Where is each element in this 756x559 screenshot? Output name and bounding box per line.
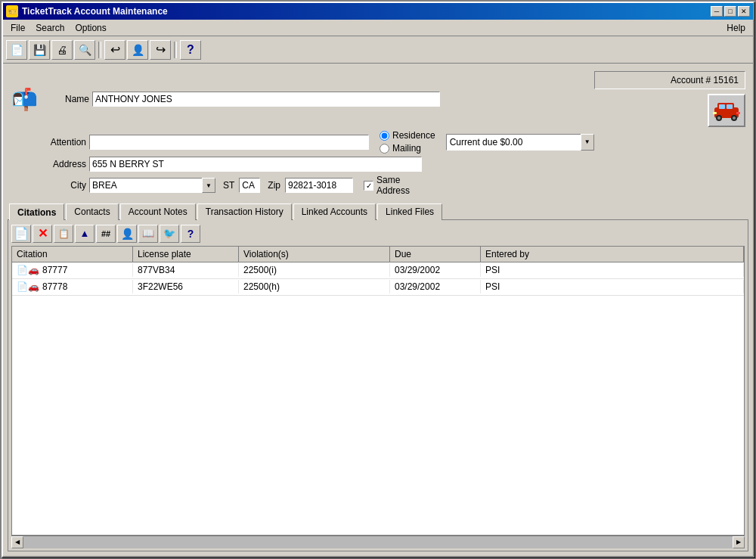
td-due-1: 03/29/2002 xyxy=(390,280,481,293)
toolbar-separator-2 xyxy=(174,42,177,58)
td-entered-1: PSI xyxy=(481,280,744,293)
td-violation-1: 22500(h) xyxy=(239,280,390,293)
scroll-right-button[interactable]: ▶ xyxy=(733,536,745,548)
residence-radio-row: Residence xyxy=(380,130,435,141)
attention-input[interactable] xyxy=(89,135,369,150)
menu-options[interactable]: Options xyxy=(70,21,110,35)
citations-table: Citation License plate Violation(s) Due … xyxy=(11,246,745,536)
svg-rect-3 xyxy=(727,104,733,109)
tab-bar: Citations Contacts Account Notes Transac… xyxy=(8,203,748,219)
address-label: Address xyxy=(41,159,86,169)
td-citation-1: 📄🚗 87778 xyxy=(12,280,133,293)
name-row: 📬 Name Account # 15161 xyxy=(11,71,745,127)
city-input[interactable] xyxy=(89,178,203,193)
td-citation-0: 📄🚗 87777 xyxy=(12,263,133,277)
main-toolbar: 📄 💾 🖨 🔍 ↩ 👤 ↪ ? xyxy=(3,36,753,64)
person-citation-btn[interactable]: 👤 xyxy=(117,225,137,243)
tabs-section: Citations Contacts Account Notes Transac… xyxy=(8,203,748,551)
title-buttons: ─ □ ✕ xyxy=(711,6,750,17)
copy-citation-btn[interactable]: 📋 xyxy=(54,225,73,243)
attention-row: Attention Residence Mailing xyxy=(11,130,745,154)
main-window: 🎫 TicketTrack Account Maintenance ─ □ ✕ … xyxy=(2,2,754,557)
hash-citation-btn[interactable]: ## xyxy=(96,225,116,243)
city-dropdown-arrow[interactable]: ▼ xyxy=(202,178,215,193)
menu-file[interactable]: File xyxy=(6,21,29,35)
app-icon: 🎫 xyxy=(6,5,18,17)
account-number: Account # 15161 xyxy=(671,75,739,85)
same-address-row: ✓ SameAddress xyxy=(364,175,410,197)
tab-account-notes[interactable]: Account Notes xyxy=(120,203,196,220)
help-toolbar-button[interactable]: ? xyxy=(180,40,201,60)
tab-transaction-history[interactable]: Transaction History xyxy=(197,203,292,220)
address-input[interactable] xyxy=(89,157,422,172)
table-row[interactable]: 📄🚗 87778 3F22WE56 22500(h) 03/29/2002 PS… xyxy=(12,279,744,296)
tab-citations[interactable]: Citations xyxy=(9,203,64,220)
help-citation-btn[interactable]: ? xyxy=(181,225,200,243)
svg-point-5 xyxy=(717,116,720,120)
mailing-radio[interactable] xyxy=(380,144,389,154)
table-row[interactable]: 📄🚗 87777 877VB34 22500(i) 03/29/2002 PSI xyxy=(12,262,744,279)
minimize-button[interactable]: ─ xyxy=(711,6,723,17)
maximize-button[interactable]: □ xyxy=(724,6,736,17)
th-due: Due xyxy=(390,247,481,262)
zip-label: Zip xyxy=(268,180,280,191)
title-bar-left: 🎫 TicketTrack Account Maintenance xyxy=(6,5,168,17)
table-header: Citation License plate Violation(s) Due … xyxy=(12,247,744,262)
td-violation-0: 22500(i) xyxy=(239,263,390,277)
redo-button[interactable]: ↪ xyxy=(150,40,171,60)
st-input[interactable] xyxy=(239,178,260,193)
tab-contacts[interactable]: Contacts xyxy=(66,203,118,220)
undo-button[interactable]: ↩ xyxy=(104,40,125,60)
photo-button[interactable]: 👤 xyxy=(127,40,148,60)
car-svg xyxy=(711,98,742,123)
book-citation-btn[interactable]: 📖 xyxy=(138,225,158,243)
bird-citation-btn[interactable]: 🐦 xyxy=(160,225,179,243)
delete-citation-btn[interactable]: ✕ xyxy=(33,225,52,243)
same-address-label: SameAddress xyxy=(376,175,410,197)
menu-help[interactable]: Help xyxy=(722,21,750,35)
svg-rect-8 xyxy=(713,112,717,114)
content-area: 📬 Name Account # 15161 xyxy=(3,64,753,556)
td-plate-0: 877VB34 xyxy=(133,263,239,277)
tab-linked-files[interactable]: Linked Files xyxy=(377,203,442,220)
mailbox-icon: 📬 xyxy=(11,80,38,118)
window-title: TicketTrack Account Maintenance xyxy=(22,6,168,17)
search-magnify-button[interactable]: 🔍 xyxy=(74,40,95,60)
row-icon-1: 📄🚗 xyxy=(17,281,39,292)
close-button[interactable]: ✕ xyxy=(738,6,750,17)
scroll-track[interactable] xyxy=(23,536,733,548)
td-due-0: 03/29/2002 xyxy=(390,263,481,277)
same-address-checkbox[interactable]: ✓ xyxy=(364,181,373,191)
flag-citation-btn[interactable]: ▲ xyxy=(75,225,94,243)
name-input[interactable] xyxy=(92,92,440,107)
scroll-left-button[interactable]: ◀ xyxy=(11,536,23,548)
new-button[interactable]: 📄 xyxy=(6,40,27,60)
attention-label: Attention xyxy=(41,137,86,148)
mailing-radio-row: Mailing xyxy=(380,143,435,154)
current-due-select[interactable]: Current due $0.00 xyxy=(446,134,582,151)
st-label: ST xyxy=(223,180,234,191)
current-due-row: Current due $0.00 ▼ xyxy=(446,134,594,151)
car-icon[interactable] xyxy=(708,94,745,127)
menu-search[interactable]: Search xyxy=(31,21,69,35)
mailing-label: Mailing xyxy=(392,143,421,154)
name-label: Name xyxy=(44,94,89,104)
svg-rect-9 xyxy=(736,112,740,114)
address-row: Address xyxy=(11,157,745,172)
horizontal-scrollbar: ◀ ▶ xyxy=(11,536,745,548)
svg-rect-2 xyxy=(719,104,725,109)
save-button[interactable]: 💾 xyxy=(29,40,50,60)
residence-radio[interactable] xyxy=(380,131,389,141)
th-violation: Violation(s) xyxy=(239,247,390,262)
add-citation-btn[interactable]: 📄 xyxy=(11,225,31,243)
city-row: City ▼ ST Zip ✓ SameAddress xyxy=(11,175,745,197)
current-due-dropdown-arrow[interactable]: ▼ xyxy=(581,134,594,151)
current-due-value: Current due $0.00 xyxy=(450,137,523,148)
print-button[interactable]: 🖨 xyxy=(51,40,73,60)
title-bar: 🎫 TicketTrack Account Maintenance ─ □ ✕ xyxy=(3,3,753,20)
tab-content-citations: 📄 ✕ 📋 ▲ ## 👤 📖 🐦 ? Citation License plat… xyxy=(8,219,748,551)
zip-input[interactable] xyxy=(285,178,353,193)
tab-linked-accounts[interactable]: Linked Accounts xyxy=(293,203,376,220)
svg-point-7 xyxy=(733,116,736,120)
account-panel: Account # 15161 xyxy=(594,71,745,89)
